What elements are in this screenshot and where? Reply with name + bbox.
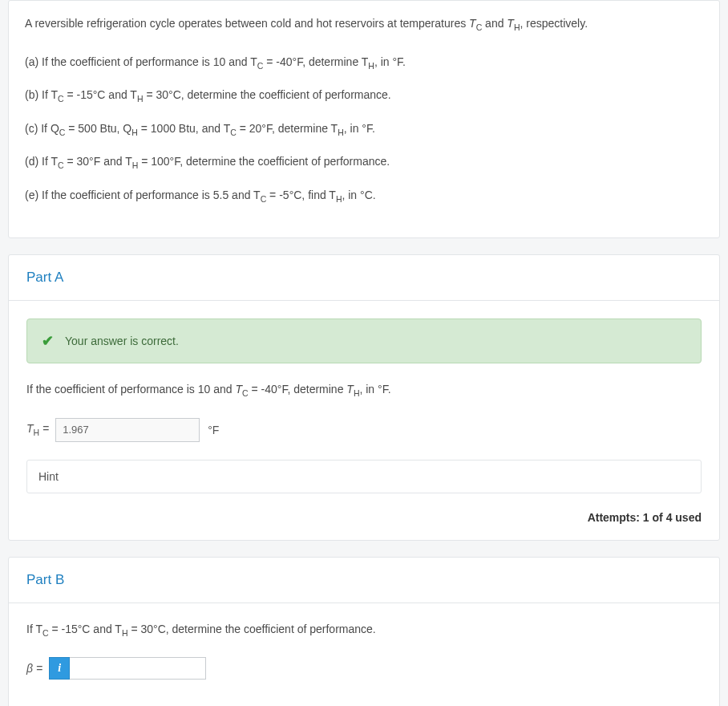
part-a-attempts: Attempts: 1 of 4 used: [9, 511, 719, 540]
feedback-text: Your answer is correct.: [65, 335, 179, 347]
hint-toggle[interactable]: Hint: [26, 460, 702, 493]
subpart-e: (e) If the coefficient of performance is…: [25, 187, 703, 206]
subpart-c: (c) If QC = 500 Btu, QH = 1000 Btu, and …: [25, 120, 703, 140]
part-b-question: If TC = -15°C and TH = 30°C, determine t…: [26, 621, 702, 640]
answer-label: TH =: [26, 422, 49, 437]
part-b-answer-row: β = i: [26, 657, 702, 680]
part-b-header: Part B: [9, 558, 719, 603]
answer-row: TH = °F: [26, 418, 702, 442]
problem-statement-card: A reversible refrigeration cycle operate…: [8, 0, 720, 238]
feedback-correct: ✔ Your answer is correct.: [26, 319, 702, 363]
subpart-a: (a) If the coefficient of performance is…: [25, 54, 703, 73]
part-a-card: Part A ✔ Your answer is correct. If the …: [8, 254, 720, 541]
unit-label: °F: [200, 424, 227, 436]
subpart-b: (b) If TC = -15°C and TH = 30°C, determi…: [25, 87, 703, 106]
var-tc: T: [469, 17, 476, 30]
part-b-answer-input[interactable]: [70, 657, 206, 680]
part-a-header: Part A: [9, 255, 719, 301]
var-th: T: [507, 17, 514, 30]
beta-label: β =: [26, 662, 42, 675]
info-icon[interactable]: i: [49, 657, 70, 680]
problem-intro: A reversible refrigeration cycle operate…: [25, 15, 703, 34]
checkmark-icon: ✔: [42, 332, 54, 350]
part-a-question: If the coefficient of performance is 10 …: [26, 381, 702, 400]
subpart-d: (d) If TC = 30°F and TH = 100°F, determi…: [25, 153, 703, 172]
part-a-answer-input[interactable]: [55, 418, 200, 442]
text: A reversible refrigeration cycle operate…: [25, 17, 469, 30]
part-b-card: Part B If TC = -15°C and TH = 30°C, dete…: [8, 557, 720, 706]
